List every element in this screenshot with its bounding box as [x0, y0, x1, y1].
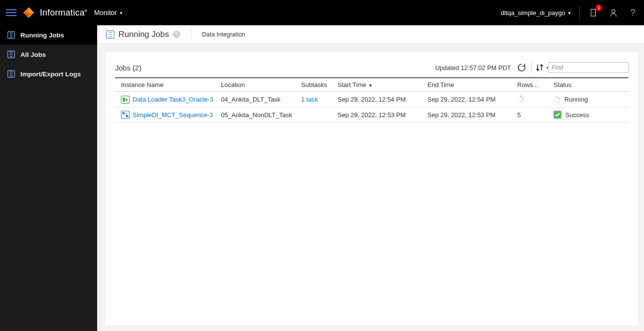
page-header: Running Jobs ? Data Integration: [97, 25, 644, 44]
notification-badge: 1: [595, 4, 602, 11]
svg-point-14: [518, 100, 519, 100]
cell-subtasks: [297, 107, 334, 122]
help-icon[interactable]: ?: [627, 7, 638, 18]
chevron-down-icon: ▾: [120, 10, 122, 16]
brand-label: Informatica®: [40, 8, 87, 18]
sidebar-item-running-jobs[interactable]: Running Jobs: [0, 25, 97, 45]
svg-marker-2: [23, 13, 29, 18]
all-jobs-icon: [7, 50, 16, 59]
col-instance[interactable]: Instance Name: [115, 78, 217, 92]
status-text: Running: [564, 96, 588, 103]
svg-point-20: [556, 102, 557, 102]
taskflow-icon: [121, 111, 130, 119]
svg-marker-1: [29, 7, 34, 13]
import-export-icon: [7, 70, 16, 78]
sidebar-item-import-export-logs[interactable]: Import/Export Logs: [0, 64, 97, 84]
table-row[interactable]: SimpleDI_MCT_Sequence-3 05_Ankita_NonDLT…: [115, 107, 628, 122]
svg-point-13: [520, 101, 520, 102]
cell-location: 04_Ankita_DLT_Task: [217, 92, 297, 107]
svg-rect-8: [121, 96, 130, 103]
help-tooltip-icon[interactable]: ?: [173, 31, 180, 38]
sidebar-item-label: Import/Export Logs: [20, 70, 81, 78]
svg-point-3: [612, 10, 615, 13]
svg-rect-25: [126, 115, 128, 117]
svg-point-18: [559, 100, 560, 101]
jobs-toolbar: Jobs (2) Updated 12:57:02 PM PDT ▾: [115, 60, 628, 75]
notifications-icon[interactable]: 1: [589, 7, 599, 18]
svg-point-22: [555, 99, 555, 99]
user-icon[interactable]: [608, 7, 619, 18]
page-title-icon: [106, 30, 115, 39]
svg-point-19: [558, 102, 559, 103]
org-switcher[interactable]: dltqa_simple_di_paygo ▾: [501, 9, 571, 17]
cell-start: Sep 29, 2022, 12:54 PM: [334, 92, 424, 107]
instance-link[interactable]: SimpleDI_MCT_Sequence-3: [133, 111, 213, 119]
app-switcher[interactable]: Monitor ▾: [94, 9, 122, 17]
cell-rows: [513, 92, 550, 107]
status-text: Success: [565, 111, 589, 119]
cell-start: Sep 29, 2022, 12:53 PM: [334, 107, 424, 122]
loading-spinner-icon: [517, 96, 524, 104]
success-check-icon: [554, 111, 561, 119]
informatica-logo-icon: [22, 6, 35, 19]
divider: [191, 29, 191, 40]
find-input[interactable]: [548, 62, 628, 73]
updated-timestamp: Updated 12:57:02 PM PDT: [435, 64, 511, 71]
col-end-time[interactable]: End Time: [424, 78, 513, 92]
cell-end: Sep 29, 2022, 12:54 PM: [424, 92, 513, 107]
chevron-down-icon: ▾: [568, 10, 571, 16]
table-header-row: Instance Name Location Subtasks Start Ti…: [115, 78, 628, 92]
running-spinner-icon: [554, 96, 560, 103]
col-location[interactable]: Location: [217, 78, 297, 92]
sidebar-item-label: Running Jobs: [20, 32, 64, 39]
page-context: Data Integration: [202, 31, 245, 38]
topbar: Informatica® Monitor ▾ dltqa_simple_di_p…: [0, 0, 644, 25]
svg-point-17: [559, 98, 559, 99]
cell-rows: 5: [513, 107, 550, 122]
main: Running Jobs ? Data Integration Jobs (2)…: [97, 25, 644, 331]
svg-point-11: [523, 99, 524, 100]
svg-point-9: [520, 96, 521, 97]
app-name: Monitor: [94, 9, 117, 17]
jobs-panel: Jobs (2) Updated 12:57:02 PM PDT ▾: [105, 52, 638, 325]
cell-location: 05_Ankita_NonDLT_Task: [217, 107, 297, 122]
col-status[interactable]: Status: [550, 78, 628, 92]
org-name: dltqa_simple_di_paygo: [501, 9, 565, 17]
svg-point-12: [522, 101, 523, 102]
svg-rect-23: [121, 111, 130, 119]
cell-end: Sep 29, 2022, 12:53 PM: [424, 107, 513, 122]
jobs-title: Jobs (2): [115, 64, 141, 72]
svg-point-21: [555, 101, 555, 101]
refresh-icon[interactable]: [515, 62, 528, 73]
table-row[interactable]: Data Loader Task3_Oracle-3 04_Ankita_DLT…: [115, 92, 628, 107]
svg-point-15: [518, 98, 519, 99]
svg-point-10: [522, 97, 523, 98]
col-subtasks[interactable]: Subtasks: [297, 78, 334, 92]
col-start-time[interactable]: Start Time▼: [334, 78, 424, 92]
hamburger-menu-icon[interactable]: [6, 7, 17, 18]
svg-rect-24: [122, 112, 124, 114]
page-title: Running Jobs: [119, 30, 169, 39]
sort-desc-icon: ▼: [368, 83, 373, 88]
sidebar-item-all-jobs[interactable]: All Jobs: [0, 45, 97, 64]
sidebar: Running Jobs All Jobs Import/Export Logs: [0, 25, 97, 331]
col-rows[interactable]: Rows...: [513, 78, 550, 92]
running-jobs-icon: [7, 31, 16, 39]
instance-link[interactable]: Data Loader Task3_Oracle-3: [133, 96, 213, 103]
sort-icon[interactable]: ▾: [535, 62, 548, 73]
divider: [531, 62, 532, 73]
data-loader-task-icon: [121, 96, 130, 104]
divider: [579, 6, 580, 19]
subtasks-link[interactable]: 1 task: [301, 96, 318, 103]
jobs-table: Instance Name Location Subtasks Start Ti…: [115, 77, 628, 122]
sidebar-item-label: All Jobs: [20, 51, 46, 58]
svg-point-16: [557, 96, 558, 97]
